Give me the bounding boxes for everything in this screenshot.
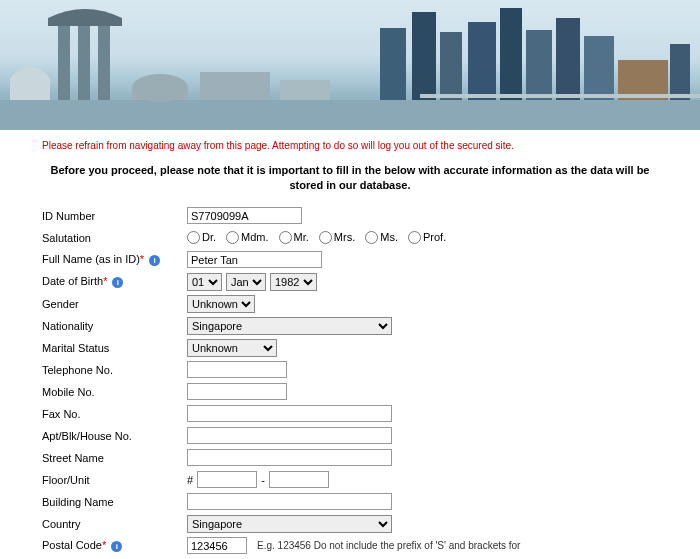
label-full-name: Full Name (as in ID)* i xyxy=(42,253,187,266)
svg-rect-17 xyxy=(670,44,690,100)
label-floor-unit: Floor/Unit xyxy=(42,474,187,486)
label-postal: Postal Code* i xyxy=(42,539,187,552)
full-name-input[interactable] xyxy=(187,251,322,268)
label-street: Street Name xyxy=(42,452,187,464)
header-banner xyxy=(0,0,700,130)
gender-select[interactable]: Unknown xyxy=(187,295,255,313)
svg-rect-18 xyxy=(420,94,700,98)
floor-input-2[interactable] xyxy=(269,471,329,488)
floor-input-1[interactable] xyxy=(197,471,257,488)
label-dob: Date of Birth* i xyxy=(42,275,187,288)
dob-year-select[interactable]: 1982 xyxy=(270,273,317,291)
svg-rect-15 xyxy=(584,36,614,100)
svg-rect-8 xyxy=(380,28,406,100)
svg-rect-10 xyxy=(440,32,462,100)
svg-rect-14 xyxy=(556,18,580,100)
street-input[interactable] xyxy=(187,449,392,466)
floor-sep: - xyxy=(261,474,265,486)
svg-rect-0 xyxy=(0,100,700,130)
warning-text: Please refrain from navigating away from… xyxy=(42,140,658,151)
label-country: Country xyxy=(42,518,187,530)
fax-input[interactable] xyxy=(187,405,392,422)
svg-rect-11 xyxy=(468,22,496,100)
dob-day-select[interactable]: 01 xyxy=(187,273,222,291)
svg-rect-9 xyxy=(412,12,436,100)
nationality-select[interactable]: Singapore xyxy=(187,317,392,335)
salutation-radio-group: Dr. Mdm. Mr. Mrs. Ms. Prof. xyxy=(187,231,658,245)
info-icon[interactable]: i xyxy=(149,255,160,266)
label-salutation: Salutation xyxy=(42,232,187,244)
svg-rect-6 xyxy=(200,72,270,100)
label-gender: Gender xyxy=(42,298,187,310)
marital-status-select[interactable]: Unknown xyxy=(187,339,277,357)
salutation-mdm-radio[interactable] xyxy=(226,231,239,244)
salutation-mrs-radio[interactable] xyxy=(319,231,332,244)
salutation-mr-radio[interactable] xyxy=(279,231,292,244)
postal-hint: E.g. 123456 Do not include the prefix of… xyxy=(257,540,520,551)
label-id-number: ID Number xyxy=(42,210,187,222)
instruction-text: Before you proceed, please note that it … xyxy=(42,163,658,193)
country-select[interactable]: Singapore xyxy=(187,515,392,533)
label-nationality: Nationality xyxy=(42,320,187,332)
id-number-input[interactable] xyxy=(187,207,302,224)
mobile-input[interactable] xyxy=(187,383,287,400)
dob-month-select[interactable]: Jan xyxy=(226,273,266,291)
svg-rect-12 xyxy=(500,8,522,100)
info-icon[interactable]: i xyxy=(111,541,122,552)
label-building: Building Name xyxy=(42,496,187,508)
salutation-dr-radio[interactable] xyxy=(187,231,200,244)
apt-input[interactable] xyxy=(187,427,392,444)
svg-rect-5 xyxy=(132,88,188,100)
building-input[interactable] xyxy=(187,493,392,510)
info-icon[interactable]: i xyxy=(112,277,123,288)
svg-rect-13 xyxy=(526,30,552,100)
label-mobile: Mobile No. xyxy=(42,386,187,398)
label-marital: Marital Status xyxy=(42,342,187,354)
label-telephone: Telephone No. xyxy=(42,364,187,376)
label-fax: Fax No. xyxy=(42,408,187,420)
svg-rect-3 xyxy=(98,18,110,100)
svg-rect-1 xyxy=(58,18,70,100)
floor-hash: # xyxy=(187,474,193,486)
label-apt: Apt/Blk/House No. xyxy=(42,430,187,442)
postal-code-input[interactable] xyxy=(187,537,247,554)
svg-rect-7 xyxy=(280,80,330,100)
salutation-ms-radio[interactable] xyxy=(365,231,378,244)
salutation-prof-radio[interactable] xyxy=(408,231,421,244)
telephone-input[interactable] xyxy=(187,361,287,378)
svg-rect-2 xyxy=(78,18,90,100)
